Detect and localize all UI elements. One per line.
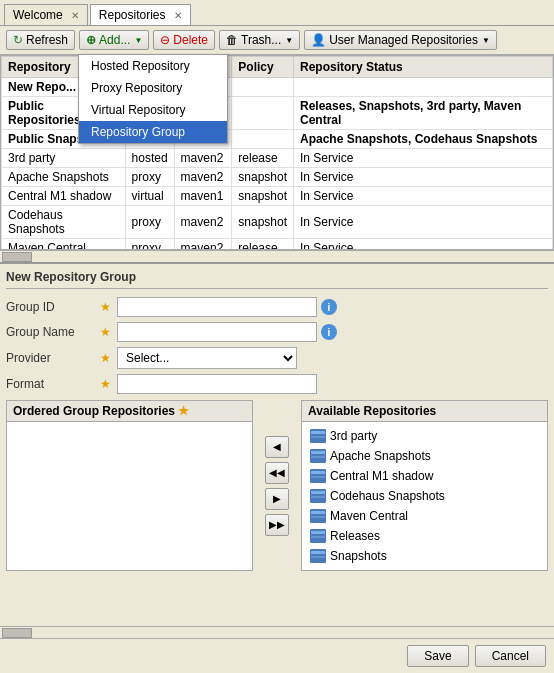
transfer-buttons: ◀ ◀◀ ▶ ▶▶ [261, 400, 293, 571]
available-repo-releases[interactable]: Releases [306, 526, 543, 546]
repo-label-releases: Releases [330, 529, 380, 543]
cell-type: virtual [125, 187, 174, 206]
cell-name: 3rd party [2, 149, 126, 168]
repo-icon-codehaus [310, 488, 326, 504]
table-row[interactable]: Apache Snapshots proxy maven2 snapshot I… [2, 168, 553, 187]
repo-icon-releases [310, 528, 326, 544]
table-row[interactable]: 3rd party hosted maven2 release In Servi… [2, 149, 553, 168]
group-id-info-icon[interactable]: i [321, 299, 337, 315]
available-repo-codehaus[interactable]: Codehaus Snapshots [306, 486, 543, 506]
format-input[interactable] [117, 374, 317, 394]
add-icon: ⊕ [86, 33, 96, 47]
table-row[interactable]: Maven Central proxy maven2 release In Se… [2, 239, 553, 251]
tab-repositories-close[interactable]: ✕ [174, 10, 182, 21]
svg-rect-7 [311, 471, 325, 474]
svg-rect-4 [311, 451, 325, 454]
save-button[interactable]: Save [407, 645, 468, 667]
group-name-row: Group Name ★ i [6, 322, 548, 342]
repo-label-codehaus: Codehaus Snapshots [330, 489, 445, 503]
svg-rect-1 [311, 431, 325, 434]
svg-rect-13 [311, 511, 325, 514]
move-left-button[interactable]: ◀ [265, 436, 289, 458]
move-last-button[interactable]: ▶▶ [265, 514, 289, 536]
table-row[interactable]: Central M1 shadow virtual maven1 snapsho… [2, 187, 553, 206]
available-repo-central-m1[interactable]: Central M1 shadow [306, 466, 543, 486]
repo-icon-snapshots [310, 548, 326, 564]
svg-rect-2 [311, 436, 325, 438]
refresh-button[interactable]: ↻ Refresh [6, 30, 75, 50]
cell-policy: release [232, 149, 294, 168]
group-name-input[interactable] [117, 322, 317, 342]
user-managed-button[interactable]: 👤 User Managed Repositories ▼ [304, 30, 497, 50]
refresh-label: Refresh [26, 33, 68, 47]
user-icon: 👤 [311, 33, 326, 47]
available-repos-content: 3rd party Apache Snapshots Central M1 sh… [302, 422, 547, 570]
cell-policy: snapshot [232, 187, 294, 206]
group-name-info-icon[interactable]: i [321, 324, 337, 340]
add-dropdown-menu: Hosted Repository Proxy Repository Virtu… [78, 54, 228, 144]
available-repos-panel: Available Repositories 3rd party Apache … [301, 400, 548, 571]
dropdown-item-virtual[interactable]: Virtual Repository [79, 99, 227, 121]
cell-format: maven2 [174, 239, 232, 251]
cell-name: Codehaus Snapshots [2, 206, 126, 239]
move-right-button[interactable]: ▶ [265, 488, 289, 510]
tab-repositories[interactable]: Repositories ✕ [90, 4, 191, 25]
ordered-group-content [7, 422, 252, 552]
ordered-group-panel: Ordered Group Repositories ★ [6, 400, 253, 571]
tab-welcome[interactable]: Welcome ✕ [4, 4, 88, 25]
svg-rect-19 [311, 551, 325, 554]
move-first-button[interactable]: ◀◀ [265, 462, 289, 484]
cell-policy [232, 97, 294, 130]
cell-status: In Service [294, 187, 553, 206]
bottom-scrollbar-thumb[interactable] [2, 628, 32, 638]
trash-button[interactable]: 🗑 Trash... ▼ [219, 30, 300, 50]
cell-status: In Service [294, 206, 553, 239]
svg-rect-5 [311, 456, 325, 458]
repo-label-3rdparty: 3rd party [330, 429, 377, 443]
cell-status: In Service [294, 149, 553, 168]
provider-select[interactable]: Select... [117, 347, 297, 369]
bottom-horizontal-scrollbar[interactable] [0, 626, 554, 638]
dropdown-item-proxy[interactable]: Proxy Repository [79, 77, 227, 99]
available-repo-apache-snapshots[interactable]: Apache Snapshots [306, 446, 543, 466]
dropdown-item-hosted[interactable]: Hosted Repository [79, 55, 227, 77]
available-repo-3rdparty[interactable]: 3rd party [306, 426, 543, 446]
ordered-group-required: ★ [178, 404, 189, 418]
user-managed-label: User Managed Repositories [329, 33, 478, 47]
add-button[interactable]: ⊕ Add... ▼ [79, 30, 149, 50]
tab-welcome-label: Welcome [13, 8, 63, 22]
available-repo-maven-central[interactable]: Maven Central [306, 506, 543, 526]
trash-label: Trash... [241, 33, 281, 47]
tab-welcome-close[interactable]: ✕ [71, 10, 79, 21]
dropdown-item-group[interactable]: Repository Group [79, 121, 227, 143]
scrollbar-thumb[interactable] [2, 252, 32, 262]
group-id-input[interactable] [117, 297, 317, 317]
col-policy: Policy [232, 57, 294, 78]
cell-name: Apache Snapshots [2, 168, 126, 187]
add-label: Add... [99, 33, 130, 47]
provider-label: Provider [6, 351, 96, 365]
available-repos-panel-title: Available Repositories [302, 401, 547, 422]
form-title: New Repository Group [6, 270, 548, 289]
cell-type: hosted [125, 149, 174, 168]
cancel-button[interactable]: Cancel [475, 645, 546, 667]
cell-status: In Service [294, 168, 553, 187]
repository-panels: Ordered Group Repositories ★ ◀ ◀◀ ▶ ▶▶ A… [6, 400, 548, 571]
horizontal-scrollbar[interactable] [0, 250, 554, 262]
new-repository-group-form: New Repository Group Group ID ★ i Group … [0, 262, 554, 626]
cell-status: Apache Snapshots, Codehaus Snapshots [294, 130, 553, 149]
toolbar: ↻ Refresh ⊕ Add... ▼ ⊖ Delete 🗑 Trash...… [0, 26, 554, 55]
cell-policy: snapshot [232, 206, 294, 239]
add-arrow-icon: ▼ [134, 36, 142, 45]
available-repos-label: Available Repositories [308, 404, 436, 418]
format-label: Format [6, 377, 96, 391]
delete-button[interactable]: ⊖ Delete [153, 30, 215, 50]
cell-format: maven1 [174, 187, 232, 206]
col-status: Repository Status [294, 57, 553, 78]
table-row[interactable]: Codehaus Snapshots proxy maven2 snapshot… [2, 206, 553, 239]
repo-label-snapshots: Snapshots [330, 549, 387, 563]
svg-rect-11 [311, 496, 325, 498]
user-managed-arrow-icon: ▼ [482, 36, 490, 45]
available-repo-snapshots[interactable]: Snapshots [306, 546, 543, 566]
repo-icon-3rdparty [310, 428, 326, 444]
